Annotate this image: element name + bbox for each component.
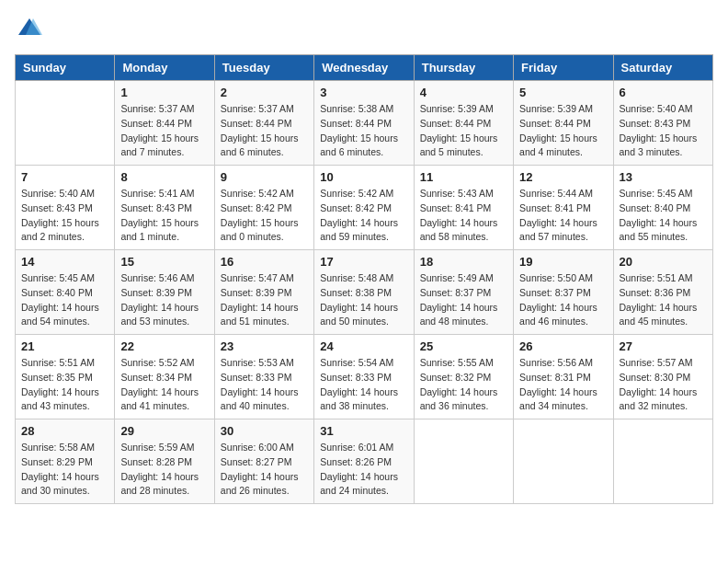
day-number: 14 xyxy=(21,255,108,269)
day-info: Sunrise: 5:52 AMSunset: 8:34 PMDaylight:… xyxy=(120,356,208,414)
calendar-day-cell: 26Sunrise: 5:56 AMSunset: 8:31 PMDayligh… xyxy=(514,335,613,419)
calendar-day-cell: 17Sunrise: 5:48 AMSunset: 8:38 PMDayligh… xyxy=(314,250,414,335)
weekday-header: Monday xyxy=(115,55,214,81)
day-info: Sunrise: 5:57 AMSunset: 8:30 PMDaylight:… xyxy=(620,356,707,414)
calendar-body: 1Sunrise: 5:37 AMSunset: 8:44 PMDaylight… xyxy=(16,81,713,504)
day-number: 11 xyxy=(420,170,507,184)
calendar-day-cell: 28Sunrise: 5:58 AMSunset: 8:29 PMDayligh… xyxy=(16,419,115,504)
calendar-day-cell xyxy=(514,419,613,504)
day-info: Sunrise: 5:38 AMSunset: 8:44 PMDaylight:… xyxy=(320,102,407,160)
calendar-day-cell: 30Sunrise: 6:00 AMSunset: 8:27 PMDayligh… xyxy=(214,419,313,504)
day-number: 10 xyxy=(320,170,407,184)
day-number: 8 xyxy=(120,170,208,184)
day-number: 24 xyxy=(320,339,407,353)
calendar-day-cell: 12Sunrise: 5:44 AMSunset: 8:41 PMDayligh… xyxy=(514,166,613,250)
day-info: Sunrise: 5:46 AMSunset: 8:39 PMDaylight:… xyxy=(120,271,208,329)
calendar-day-cell: 1Sunrise: 5:37 AMSunset: 8:44 PMDaylight… xyxy=(115,81,214,166)
calendar-week-row: 7Sunrise: 5:40 AMSunset: 8:43 PMDaylight… xyxy=(16,166,713,250)
calendar-day-cell: 25Sunrise: 5:55 AMSunset: 8:32 PMDayligh… xyxy=(414,335,513,419)
calendar-day-cell: 23Sunrise: 5:53 AMSunset: 8:33 PMDayligh… xyxy=(214,335,313,419)
calendar-day-cell: 21Sunrise: 5:51 AMSunset: 8:35 PMDayligh… xyxy=(16,335,115,419)
day-info: Sunrise: 5:41 AMSunset: 8:43 PMDaylight:… xyxy=(120,187,208,245)
day-number: 29 xyxy=(120,424,208,438)
day-info: Sunrise: 5:42 AMSunset: 8:42 PMDaylight:… xyxy=(221,187,308,245)
day-number: 20 xyxy=(620,255,707,269)
calendar-day-cell: 2Sunrise: 5:37 AMSunset: 8:44 PMDaylight… xyxy=(214,81,313,166)
day-number: 21 xyxy=(21,339,108,353)
day-number: 18 xyxy=(420,255,507,269)
day-info: Sunrise: 5:43 AMSunset: 8:41 PMDaylight:… xyxy=(420,187,507,245)
weekday-header: Thursday xyxy=(414,55,513,81)
calendar-day-cell: 6Sunrise: 5:40 AMSunset: 8:43 PMDaylight… xyxy=(613,81,712,166)
day-number: 5 xyxy=(519,86,607,99)
day-info: Sunrise: 5:56 AMSunset: 8:31 PMDaylight:… xyxy=(519,356,607,414)
day-number: 3 xyxy=(320,86,407,99)
day-info: Sunrise: 5:53 AMSunset: 8:33 PMDaylight:… xyxy=(221,356,308,414)
day-info: Sunrise: 5:59 AMSunset: 8:28 PMDaylight:… xyxy=(120,441,208,499)
calendar-week-row: 28Sunrise: 5:58 AMSunset: 8:29 PMDayligh… xyxy=(16,419,713,504)
calendar-day-cell: 16Sunrise: 5:47 AMSunset: 8:39 PMDayligh… xyxy=(214,250,313,335)
day-info: Sunrise: 5:39 AMSunset: 8:44 PMDaylight:… xyxy=(519,102,607,160)
day-info: Sunrise: 5:54 AMSunset: 8:33 PMDaylight:… xyxy=(320,356,407,414)
weekday-header: Tuesday xyxy=(214,55,313,81)
day-info: Sunrise: 5:40 AMSunset: 8:43 PMDaylight:… xyxy=(21,187,108,245)
day-info: Sunrise: 6:01 AMSunset: 8:26 PMDaylight:… xyxy=(320,441,407,499)
day-number: 16 xyxy=(221,255,308,269)
day-number: 9 xyxy=(221,170,308,184)
day-number: 4 xyxy=(420,86,507,99)
day-info: Sunrise: 5:48 AMSunset: 8:38 PMDaylight:… xyxy=(320,271,407,329)
day-number: 7 xyxy=(21,170,108,184)
day-number: 27 xyxy=(620,339,707,353)
calendar-day-cell: 31Sunrise: 6:01 AMSunset: 8:26 PMDayligh… xyxy=(314,419,414,504)
calendar-week-row: 1Sunrise: 5:37 AMSunset: 8:44 PMDaylight… xyxy=(16,81,713,166)
day-info: Sunrise: 6:00 AMSunset: 8:27 PMDaylight:… xyxy=(221,441,308,499)
logo-text xyxy=(15,15,42,45)
calendar-day-cell: 13Sunrise: 5:45 AMSunset: 8:40 PMDayligh… xyxy=(613,166,712,250)
day-info: Sunrise: 5:51 AMSunset: 8:36 PMDaylight:… xyxy=(620,271,707,329)
day-info: Sunrise: 5:37 AMSunset: 8:44 PMDaylight:… xyxy=(120,102,208,160)
calendar-day-cell: 27Sunrise: 5:57 AMSunset: 8:30 PMDayligh… xyxy=(613,335,712,419)
day-number: 30 xyxy=(221,424,308,438)
weekday-header: Friday xyxy=(514,55,613,81)
calendar-day-cell: 18Sunrise: 5:49 AMSunset: 8:37 PMDayligh… xyxy=(414,250,513,335)
day-info: Sunrise: 5:58 AMSunset: 8:29 PMDaylight:… xyxy=(21,441,108,499)
day-info: Sunrise: 5:42 AMSunset: 8:42 PMDaylight:… xyxy=(320,187,407,245)
weekday-header: Wednesday xyxy=(314,55,414,81)
calendar-day-cell: 24Sunrise: 5:54 AMSunset: 8:33 PMDayligh… xyxy=(314,335,414,419)
calendar-day-cell: 5Sunrise: 5:39 AMSunset: 8:44 PMDaylight… xyxy=(514,81,613,166)
day-number: 15 xyxy=(120,255,208,269)
calendar-day-cell: 11Sunrise: 5:43 AMSunset: 8:41 PMDayligh… xyxy=(414,166,513,250)
calendar-day-cell: 10Sunrise: 5:42 AMSunset: 8:42 PMDayligh… xyxy=(314,166,414,250)
weekday-header: Saturday xyxy=(613,55,712,81)
calendar-day-cell: 3Sunrise: 5:38 AMSunset: 8:44 PMDaylight… xyxy=(314,81,414,166)
day-number: 23 xyxy=(221,339,308,353)
logo-icon xyxy=(17,15,42,40)
day-number: 26 xyxy=(519,339,607,353)
day-info: Sunrise: 5:47 AMSunset: 8:39 PMDaylight:… xyxy=(221,271,308,329)
day-info: Sunrise: 5:44 AMSunset: 8:41 PMDaylight:… xyxy=(519,187,607,245)
calendar-day-cell xyxy=(414,419,513,504)
day-number: 31 xyxy=(320,424,407,438)
calendar-day-cell: 8Sunrise: 5:41 AMSunset: 8:43 PMDaylight… xyxy=(115,166,214,250)
day-number: 28 xyxy=(21,424,108,438)
day-info: Sunrise: 5:45 AMSunset: 8:40 PMDaylight:… xyxy=(21,271,108,329)
calendar-day-cell: 29Sunrise: 5:59 AMSunset: 8:28 PMDayligh… xyxy=(115,419,214,504)
calendar-day-cell: 7Sunrise: 5:40 AMSunset: 8:43 PMDaylight… xyxy=(16,166,115,250)
day-number: 17 xyxy=(320,255,407,269)
calendar-day-cell: 4Sunrise: 5:39 AMSunset: 8:44 PMDaylight… xyxy=(414,81,513,166)
page-header xyxy=(15,15,713,45)
day-info: Sunrise: 5:49 AMSunset: 8:37 PMDaylight:… xyxy=(420,271,507,329)
weekday-header: Sunday xyxy=(16,55,115,81)
day-info: Sunrise: 5:55 AMSunset: 8:32 PMDaylight:… xyxy=(420,356,507,414)
day-info: Sunrise: 5:40 AMSunset: 8:43 PMDaylight:… xyxy=(620,102,707,160)
day-number: 19 xyxy=(519,255,607,269)
calendar-table: SundayMondayTuesdayWednesdayThursdayFrid… xyxy=(15,54,713,504)
calendar-day-cell xyxy=(16,81,115,166)
calendar-day-cell: 19Sunrise: 5:50 AMSunset: 8:37 PMDayligh… xyxy=(514,250,613,335)
day-info: Sunrise: 5:39 AMSunset: 8:44 PMDaylight:… xyxy=(420,102,507,160)
calendar-day-cell: 15Sunrise: 5:46 AMSunset: 8:39 PMDayligh… xyxy=(115,250,214,335)
calendar-day-cell: 14Sunrise: 5:45 AMSunset: 8:40 PMDayligh… xyxy=(16,250,115,335)
day-number: 12 xyxy=(519,170,607,184)
calendar-day-cell xyxy=(613,419,712,504)
day-number: 22 xyxy=(120,339,208,353)
